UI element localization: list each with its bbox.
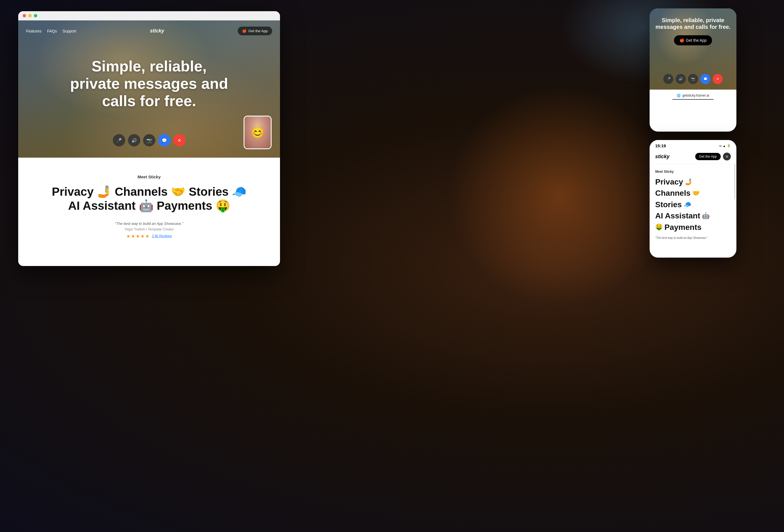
- phone-feature-list: Privacy 🤳 Channels 🤝 Stories 🧢 AI Assist…: [655, 177, 731, 232]
- phone-mic-button[interactable]: 🎤: [663, 74, 673, 84]
- star-1: ★: [126, 233, 130, 239]
- camera-button[interactable]: 📷: [143, 134, 156, 146]
- features-line2: AI Assistant 🤖 Payments 🤑: [27, 199, 272, 213]
- nav-faqs[interactable]: FAQs: [47, 29, 57, 33]
- phone-call-controls: 🎤 🔊 📷 💬 ✕: [663, 74, 723, 84]
- privacy-text: Privacy: [655, 177, 683, 187]
- ai-text: AI Assistant: [655, 211, 700, 221]
- self-view-avatar: 😊: [244, 116, 272, 149]
- star-2: ★: [131, 233, 135, 239]
- end-call-button[interactable]: ✕: [173, 134, 186, 146]
- phone-scrollbar[interactable]: [734, 164, 735, 199]
- phone-content: Meet Sticky Privacy 🤳 Channels 🤝 Stories…: [650, 164, 736, 240]
- stories-emoji: 🧢: [683, 201, 691, 209]
- privacy-emoji: 🤳: [685, 178, 693, 186]
- feature-stories: Stories 🧢: [655, 200, 731, 210]
- phone-speaker-button[interactable]: 🔊: [676, 74, 686, 84]
- url-favicon: 🌐: [677, 94, 681, 97]
- features-line1: Privacy 🤳 Channels 🤝 Stories 🧢: [27, 185, 272, 199]
- wifi-icon: ▲: [723, 144, 726, 147]
- avatar-face: 😊: [245, 116, 271, 148]
- signal-icon: ▪▪: [719, 144, 722, 147]
- phone-nav-actions: Get the App ≡: [695, 152, 731, 161]
- below-fold-section: Meet Sticky Privacy 🤳 Channels 🤝 Stories…: [18, 158, 280, 250]
- feature-channels: Channels 🤝: [655, 188, 731, 198]
- phone-scroll-get-app-button[interactable]: Get the App: [695, 153, 721, 160]
- feature-headline: Privacy 🤳 Channels 🤝 Stories 🧢 AI Assist…: [27, 185, 272, 213]
- phone-hero-content: Simple, reliable, private messages and c…: [650, 17, 736, 45]
- phone-menu-button[interactable]: ≡: [723, 152, 731, 161]
- testimonial-quote: "The best way to build an App Showcase.": [27, 222, 272, 226]
- star-3: ★: [136, 233, 140, 239]
- status-icons: ▪▪ ▲ 🔋: [719, 144, 731, 147]
- phone-mockup-tall: Simple, reliable, private messages and c…: [650, 8, 736, 132]
- status-time: 15:19: [655, 143, 666, 148]
- chat-button[interactable]: 💬: [158, 134, 170, 146]
- nav-support[interactable]: Support: [62, 29, 76, 33]
- nav-get-app-button[interactable]: 🍎 Get the App: [238, 27, 272, 35]
- star-rating: ★ ★ ★ ★ ★ 2.9k Reviews: [27, 233, 272, 239]
- phone-get-app-button[interactable]: 🍎 Get the App: [674, 35, 712, 45]
- browser-chrome: [18, 11, 280, 21]
- desktop-browser-window: Features FAQs Support sticky 🍎 Get the A…: [18, 11, 280, 266]
- phone-site-logo: sticky: [655, 154, 670, 160]
- phone-testimonial: "The best way to build an App Showcase.": [655, 236, 731, 240]
- maximize-dot[interactable]: [34, 14, 37, 17]
- url-underline: [672, 99, 714, 100]
- apple-icon: 🍎: [242, 29, 247, 33]
- hero-section: Features FAQs Support sticky 🍎 Get the A…: [18, 21, 280, 158]
- speaker-button[interactable]: 🔊: [128, 134, 140, 146]
- call-controls: 🎤 🔊 📷 💬 ✕: [113, 134, 186, 146]
- phone-camera-button[interactable]: 📷: [688, 74, 698, 84]
- phone-url-bar: 🌐 getsticky.framer.ai: [650, 90, 736, 104]
- hero-title: Simple, reliable, private messages and c…: [65, 57, 233, 110]
- hero-headline: Simple, reliable, private messages and c…: [65, 57, 233, 110]
- hero-nav: Features FAQs Support sticky 🍎 Get the A…: [18, 21, 280, 41]
- payments-emoji-left: 🤑: [655, 223, 663, 231]
- close-dot[interactable]: [23, 14, 26, 17]
- stories-text: Stories: [655, 200, 682, 210]
- star-5: ★: [145, 233, 149, 239]
- phone-nav: sticky Get the App ≡: [650, 150, 736, 164]
- channels-emoji: 🤝: [692, 189, 700, 197]
- phone-hero-bg: Simple, reliable, private messages and c…: [650, 8, 736, 90]
- payments-text: Payments: [665, 222, 701, 232]
- phone-hero-title: Simple, reliable, private messages and c…: [655, 17, 731, 30]
- phone-mockup-scroll: 15:19 ▪▪ ▲ 🔋 sticky Get the App ≡ Meet S…: [650, 140, 736, 258]
- phone-apple-icon: 🍎: [679, 38, 684, 43]
- ai-emoji: 🤖: [702, 212, 709, 220]
- bg-glow-orange: [448, 84, 672, 308]
- channels-text: Channels: [655, 188, 691, 198]
- battery-icon: 🔋: [727, 144, 731, 147]
- phone-status-bar: 15:19 ▪▪ ▲ 🔋: [650, 140, 736, 150]
- meet-sticky-label: Meet Sticky: [27, 174, 272, 179]
- url-text: getsticky.framer.ai: [682, 93, 709, 97]
- star-4: ★: [141, 233, 144, 239]
- nav-features[interactable]: Features: [26, 29, 41, 33]
- nav-links: Features FAQs Support: [26, 29, 76, 33]
- minimize-dot[interactable]: [28, 14, 32, 17]
- testimonial-author: Yegor Trukhin • Template Creator: [27, 227, 272, 231]
- phone-chat-button[interactable]: 💬: [700, 74, 710, 84]
- review-count[interactable]: 2.9k Reviews: [152, 234, 172, 238]
- feature-ai-assistant: AI Assistant 🤖: [655, 211, 731, 221]
- phone-meet-label: Meet Sticky: [655, 170, 731, 174]
- site-logo: sticky: [150, 28, 164, 34]
- feature-privacy: Privacy 🤳: [655, 177, 731, 187]
- feature-payments: 🤑 Payments: [655, 222, 731, 232]
- mic-button[interactable]: 🎤: [113, 134, 125, 146]
- phone-end-call-button[interactable]: ✕: [712, 74, 723, 84]
